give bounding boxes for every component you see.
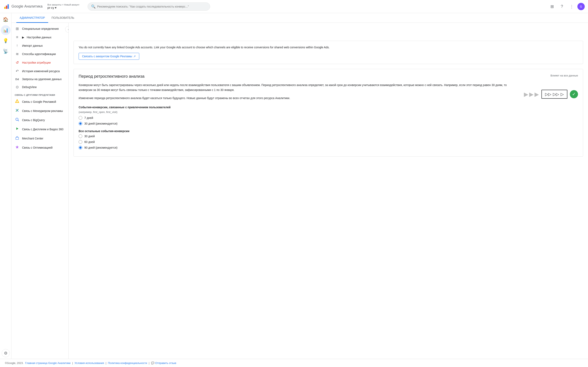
sidebar-item-label: Специальные определения bbox=[22, 27, 59, 30]
sidebar: ‹ ⊞ Специальные определения ≡ ▶ Настройк… bbox=[11, 23, 69, 367]
debugview-icon: ⊙ bbox=[15, 85, 20, 89]
sidebar-item-bigquery[interactable]: Связь с BigQuery bbox=[11, 115, 68, 125]
linked-products-section-label: СВЯЗЬ С ДРУГИМИ ПРОДУКТАМИ bbox=[11, 91, 68, 97]
sidebar-item-deletion-requests[interactable]: Dd Запросы на удаление данных bbox=[11, 75, 68, 83]
sidebar-item-data-settings[interactable]: ≡ ▶ Настройки данных bbox=[11, 33, 68, 42]
sidebar-item-attribution[interactable]: ↺ Настройки атрибуции bbox=[11, 58, 68, 67]
sidebar-item-optimization[interactable]: Связь с Оптимизацией bbox=[11, 143, 68, 152]
account-selector[interactable]: pr-cy ▾ bbox=[47, 6, 79, 9]
header-icons: ⊞ ? ⋮ G bbox=[548, 2, 585, 11]
tabs-bar: АДМИНИСТРАТОР ПОЛЬЗОВАТЕЛЬ bbox=[11, 13, 588, 23]
logo-text: Google Аналитика bbox=[11, 4, 43, 8]
main-content: You do not currently have any linked Goo… bbox=[69, 36, 588, 367]
external-link-icon: ↗ bbox=[133, 55, 136, 58]
radio-60days-input[interactable] bbox=[79, 140, 82, 144]
sidebar-item-label: Связь с Дисплеем и Видео 360 bbox=[22, 128, 63, 131]
radio-30days-g1-label: 30 дней (рекомендуется) bbox=[84, 122, 117, 125]
sidebar-item-label: Запросы на удаление данных bbox=[22, 77, 62, 81]
arrow-box-1: ▷▷ bbox=[545, 92, 551, 97]
feedback-button[interactable]: 💬 Отправить отзыв bbox=[151, 361, 176, 365]
google-ads-icon bbox=[15, 99, 20, 104]
sidebar-item-data-import[interactable]: ↑ Импорт данных bbox=[11, 42, 68, 50]
footer-link-home[interactable]: Главная страница Google Аналитики bbox=[25, 361, 70, 365]
tab-admin[interactable]: АДМИНИСТРАТОР bbox=[16, 13, 48, 23]
radio-7days-label: 7 дней bbox=[84, 116, 93, 119]
sidebar-item-debugview[interactable]: ⊙ DebugView bbox=[11, 83, 68, 91]
tab-user[interactable]: ПОЛЬЗОВАТЕЛЬ bbox=[48, 13, 78, 23]
sidebar-item-label: Импорт данных bbox=[22, 44, 43, 47]
svg-point-7 bbox=[16, 118, 18, 120]
svg-rect-0 bbox=[4, 7, 6, 9]
radio-30days-g2-input[interactable] bbox=[79, 134, 82, 138]
sidebar-item-label: Настройки данных bbox=[27, 36, 52, 39]
radio-group-acquisition: События-конверсии, связанные с привлечен… bbox=[79, 106, 578, 125]
lookback-text: Конверсии могут быть зарегистрированы че… bbox=[79, 83, 515, 105]
identification-icon: ≋ bbox=[15, 52, 20, 56]
svg-marker-9 bbox=[16, 127, 18, 130]
arrow-box-2: ▷▷ bbox=[553, 92, 559, 97]
svg-marker-4 bbox=[16, 100, 19, 103]
special-definitions-icon: ⊞ bbox=[15, 26, 20, 31]
sidebar-item-change-history[interactable]: ↶ История изменений ресурса bbox=[11, 67, 68, 75]
content-area: ‹ ⊞ Специальные определения ≡ ▶ Настройк… bbox=[11, 36, 588, 367]
diagram-box: ▷▷ ▷▷ ▷ bbox=[541, 90, 567, 99]
lookback-section: Период ретроспективного анализа Влияет н… bbox=[73, 69, 583, 156]
svg-rect-1 bbox=[6, 6, 7, 9]
radio-90days-label: 90 дней (рекомендуется) bbox=[84, 146, 117, 149]
radio-group1-sublabel: (например, first_open, first_visit) bbox=[79, 110, 578, 114]
sidebar-item-label: Настройки атрибуции bbox=[22, 61, 51, 64]
more-options-icon[interactable]: ⋮ bbox=[568, 2, 576, 11]
search-icon: 🔍 bbox=[91, 4, 95, 9]
sidebar-item-label: Связь с Оптимизацией bbox=[22, 146, 52, 149]
arrow-gray-1: ▶ bbox=[524, 91, 528, 98]
merchant-center-icon bbox=[15, 136, 20, 141]
deletion-icon: Dd bbox=[15, 78, 20, 81]
footer-separator-3: | bbox=[149, 361, 149, 365]
radio-option-60days[interactable]: 60 дней bbox=[79, 140, 578, 144]
sidebar-item-identification[interactable]: ≋ Способы идентификации bbox=[11, 50, 68, 58]
nav-reports-icon[interactable]: 📊 bbox=[1, 25, 11, 35]
sidebar-item-special-definitions[interactable]: ⊞ Специальные определения bbox=[11, 25, 68, 33]
search-bar[interactable]: 🔍 bbox=[87, 2, 210, 11]
radio-30days-g2-label: 30 дней bbox=[84, 134, 95, 138]
svg-rect-2 bbox=[8, 4, 9, 8]
link-google-ads-button[interactable]: Связать с аккаунтом Google Рекламы ↗ bbox=[79, 53, 139, 60]
data-settings-icon: ≡ bbox=[15, 35, 20, 39]
main-layout: АДМИНИСТРАТОР ПОЛЬЗОВАТЕЛЬ ‹ ⊞ Специальн… bbox=[11, 26, 588, 367]
svg-line-8 bbox=[18, 120, 19, 121]
chevron-down-icon: ▾ bbox=[55, 6, 57, 9]
arrow-gray-3: ▶ bbox=[535, 91, 539, 98]
radio-option-7days[interactable]: 7 дней bbox=[79, 116, 578, 120]
settings-button[interactable]: ⚙ bbox=[2, 349, 10, 357]
radio-group2-label: Все остальные события-конверсии bbox=[79, 129, 578, 133]
nav-explore-icon[interactable]: 💡 bbox=[1, 36, 11, 46]
sidebar-item-ads-manager[interactable]: Связь с Менеджером рекламы bbox=[11, 106, 68, 115]
sidebar-item-label: ▶ bbox=[22, 36, 24, 39]
breadcrumb-top: Все аккаунты > Новый аккаунт bbox=[47, 3, 79, 6]
sidebar-item-label: История изменений ресурса bbox=[22, 69, 60, 73]
radio-90days-input[interactable] bbox=[79, 146, 82, 150]
bigquery-icon bbox=[15, 117, 20, 123]
radio-option-30days-g2[interactable]: 30 дней bbox=[79, 134, 578, 138]
check-circle: ✓ bbox=[570, 90, 578, 98]
avatar[interactable]: G bbox=[577, 3, 585, 10]
radio-30days-g1-input[interactable] bbox=[79, 122, 82, 125]
sidebar-item-label: Способы идентификации bbox=[22, 52, 56, 56]
footer-link-privacy[interactable]: Политика конфиденциальности bbox=[108, 361, 147, 365]
radio-60days-label: 60 дней bbox=[84, 140, 95, 143]
nav-advertising-icon[interactable]: 📡 bbox=[1, 47, 11, 56]
apps-icon[interactable]: ⊞ bbox=[548, 2, 556, 11]
footer-link-terms[interactable]: Условия использования bbox=[75, 361, 104, 365]
radio-option-30days-g1[interactable]: 30 дней (рекомендуется) bbox=[79, 122, 578, 125]
radio-7days-input[interactable] bbox=[79, 116, 82, 120]
nav-home-icon[interactable]: 🏠 bbox=[1, 15, 11, 25]
optimization-icon bbox=[15, 145, 20, 150]
sidebar-item-display-video[interactable]: Связь с Дисплеем и Видео 360 bbox=[11, 125, 68, 134]
sidebar-item-google-ads[interactable]: Связь с Google Рекламой bbox=[11, 97, 68, 106]
footer-separator-2: | bbox=[105, 361, 106, 365]
radio-option-90days[interactable]: 90 дней (рекомендуется) bbox=[79, 146, 578, 150]
lookback-note: Изменение периода ретроспективного анали… bbox=[79, 96, 515, 101]
search-input[interactable] bbox=[97, 5, 207, 8]
help-icon[interactable]: ? bbox=[558, 2, 566, 11]
sidebar-item-merchant-center[interactable]: Merchant Center bbox=[11, 134, 68, 143]
